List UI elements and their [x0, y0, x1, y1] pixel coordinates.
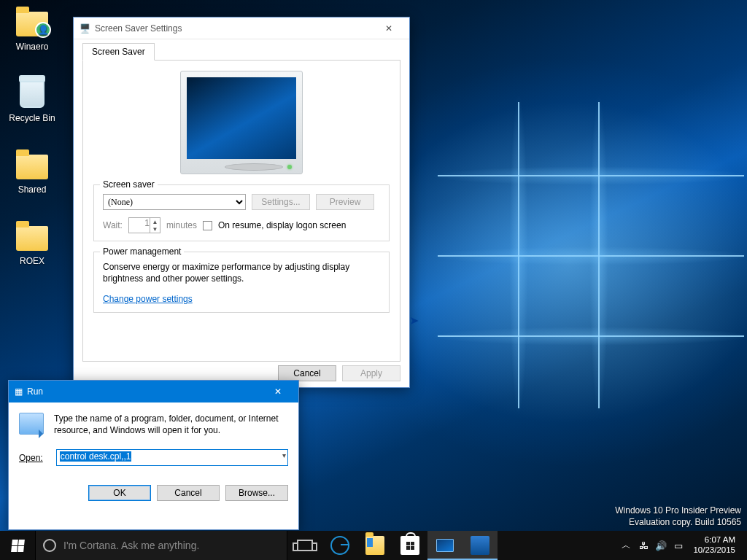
action-center-icon: ▭: [674, 540, 683, 551]
screensaver-preview: [93, 71, 390, 177]
screensaver-app-icon: [436, 539, 454, 552]
close-button[interactable]: [262, 381, 294, 402]
minutes-label: minutes: [166, 220, 197, 230]
titlebar[interactable]: ▦ Run: [9, 381, 298, 402]
browse-button[interactable]: Browse...: [225, 485, 288, 501]
titlebar[interactable]: 🖥️ Screen Saver Settings: [74, 18, 409, 39]
cortana-icon: [43, 539, 56, 552]
edge-icon: [330, 536, 349, 555]
open-combobox[interactable]: control desk.cpl,,1: [56, 449, 288, 466]
desktop-icon-winaero[interactable]: 👤 Winaero: [4, 4, 60, 52]
spin-down-icon[interactable]: ▼: [150, 225, 160, 233]
taskbar-app-store[interactable]: [392, 531, 427, 560]
speaker-icon: 🔊: [655, 540, 667, 551]
wait-spinner[interactable]: 1 ▲▼: [128, 217, 160, 233]
taskbar-app-run[interactable]: [462, 531, 498, 560]
cortana-placeholder: I'm Cortana. Ask me anything.: [63, 540, 199, 551]
folder-icon: [15, 219, 50, 254]
desktop-icon-label: Recycle Bin: [9, 113, 55, 123]
close-button[interactable]: [373, 18, 405, 39]
windows-watermark: Windows 10 Pro Insider Preview Evaluatio…: [615, 505, 741, 528]
store-icon: [400, 536, 419, 555]
desktop-icon-label: Winaero: [16, 42, 49, 52]
taskbar-app-explorer[interactable]: [357, 531, 392, 560]
tray-volume-button[interactable]: 🔊: [652, 531, 670, 560]
chevron-down-icon[interactable]: ▾: [282, 451, 286, 459]
monitor-button-icon: [225, 163, 283, 171]
desktop-icon-roex[interactable]: ROEX: [4, 219, 60, 266]
network-icon: 🖧: [639, 540, 649, 551]
preview-button: Preview: [316, 194, 374, 210]
desktop-icon-label: Shared: [18, 184, 47, 195]
tray-action-center-button[interactable]: ▭: [670, 531, 687, 560]
open-label: Open:: [19, 453, 43, 463]
spin-up-icon[interactable]: ▲: [150, 218, 160, 225]
window-title: Screen Saver Settings: [95, 23, 373, 34]
screensaver-group: Screen saver (None) Settings... Preview …: [93, 184, 390, 241]
screen-saver-settings-window: 🖥️ Screen Saver Settings Screen Saver Sc…: [73, 17, 410, 388]
close-icon: [385, 23, 392, 34]
close-icon: [274, 386, 282, 397]
cancel-button[interactable]: Cancel: [278, 365, 336, 381]
run-dialog-window: ▦ Run Type the name of a program, folder…: [8, 380, 299, 530]
window-title: Run: [27, 386, 262, 397]
system-tray: ︿ 🖧 🔊 ▭ 6:07 AM 10/23/2015: [616, 531, 747, 560]
user-badge-icon: 👤: [35, 22, 51, 38]
desktop-icon-recycle-bin[interactable]: Recycle Bin: [4, 76, 60, 123]
change-power-settings-link[interactable]: Change power settings: [103, 294, 193, 304]
run-icon: ▦: [15, 386, 23, 397]
resume-checkbox[interactable]: [203, 221, 212, 230]
desktop-icon-label: ROEX: [20, 256, 44, 266]
run-program-icon: [19, 413, 44, 435]
start-button[interactable]: [0, 531, 35, 560]
group-legend: Power management: [100, 246, 184, 257]
windows-logo-icon: [11, 540, 25, 552]
tray-overflow-button[interactable]: ︿: [617, 531, 635, 560]
desktop-icon-shared[interactable]: Shared: [4, 147, 60, 195]
wait-label: Wait:: [103, 220, 123, 230]
taskbar: I'm Cortana. Ask me anything. ︿ 🖧 🔊 ▭ 6:…: [0, 531, 747, 560]
resume-label: On resume, display logon screen: [218, 220, 346, 230]
tray-date: 10/23/2015: [693, 545, 735, 556]
group-legend: Screen saver: [100, 179, 158, 190]
monitor-screen-icon: [187, 77, 296, 159]
app-icon: 🖥️: [80, 23, 90, 34]
tray-network-button[interactable]: 🖧: [635, 531, 652, 560]
settings-button: Settings...: [252, 194, 310, 210]
tray-clock[interactable]: 6:07 AM 10/23/2015: [687, 535, 741, 556]
apply-button: Apply: [342, 365, 400, 381]
task-view-button[interactable]: [287, 531, 322, 560]
folder-icon: 👤: [15, 4, 50, 39]
taskbar-app-screensaver[interactable]: [427, 531, 462, 560]
task-view-icon: [297, 540, 313, 551]
run-description: Type the name of a program, folder, docu…: [54, 413, 288, 436]
tab-screen-saver[interactable]: Screen Saver: [82, 43, 155, 61]
ok-button[interactable]: OK: [88, 485, 151, 501]
folder-icon: [15, 147, 50, 182]
taskbar-app-edge[interactable]: [322, 531, 357, 560]
recycle-bin-icon: [15, 76, 50, 111]
wait-value: 1: [144, 218, 150, 228]
screensaver-select[interactable]: (None): [103, 194, 246, 210]
chevron-up-icon: ︿: [622, 539, 631, 552]
power-group: Power management Conserve energy or maxi…: [93, 252, 390, 313]
power-description: Conserve energy or maximize performance …: [103, 261, 380, 284]
tray-time: 6:07 AM: [693, 535, 735, 545]
cortana-search[interactable]: I'm Cortana. Ask me anything.: [35, 531, 287, 560]
run-app-icon: [471, 536, 489, 555]
mouse-cursor-icon: ➤: [409, 314, 419, 327]
file-explorer-icon: [365, 536, 384, 555]
open-value: control desk.cpl,,1: [60, 451, 132, 462]
monitor-led-icon: [287, 165, 292, 169]
cancel-button[interactable]: Cancel: [157, 485, 220, 501]
